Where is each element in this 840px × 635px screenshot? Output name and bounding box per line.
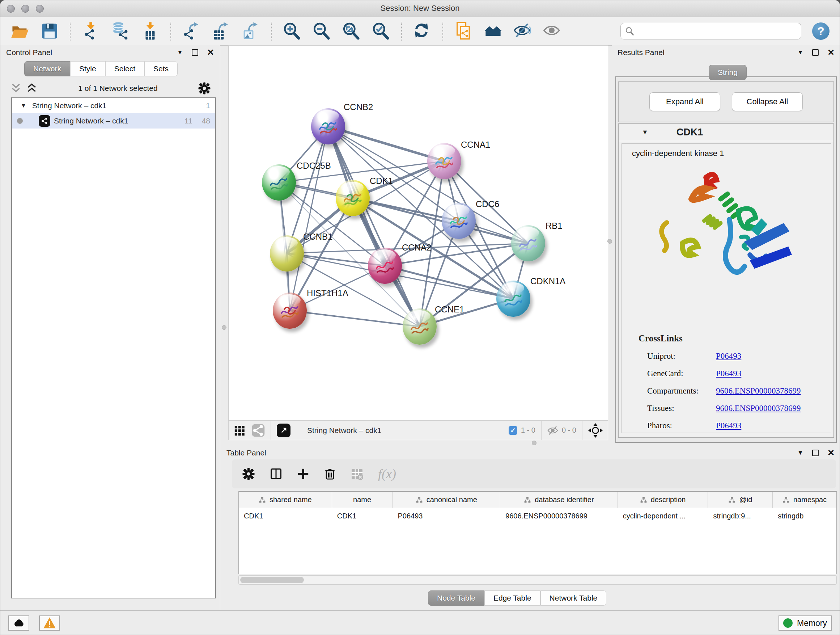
gene-card-header[interactable]: ▼ CDK1	[619, 124, 834, 141]
import-network-icon[interactable]	[81, 22, 100, 41]
refresh-icon[interactable]	[413, 22, 431, 41]
home-icon[interactable]	[484, 22, 502, 41]
open-in-window-icon[interactable]	[277, 424, 291, 437]
left-splitter-handle[interactable]	[222, 325, 226, 330]
share-view-icon[interactable]	[252, 424, 265, 437]
cell-name[interactable]: CDK1	[332, 508, 393, 524]
network-node-cdkn1a[interactable]	[496, 280, 531, 317]
gear-icon[interactable]	[198, 82, 211, 95]
panel-float-icon[interactable]	[812, 450, 819, 456]
birds-eye-grid-icon[interactable]	[234, 424, 246, 437]
table-settings-gear-icon[interactable]	[242, 467, 255, 480]
column-header[interactable]: namespac	[773, 492, 836, 508]
network-node-hist1h1a[interactable]	[273, 293, 307, 329]
export-table-icon[interactable]	[212, 22, 231, 41]
collapse-all-button[interactable]: Collapse All	[732, 92, 803, 111]
network-node-ccna2[interactable]	[368, 248, 402, 284]
cell-description[interactable]: cyclin-dependent ...	[618, 508, 708, 524]
network-node-ccne1[interactable]	[403, 309, 437, 345]
network-edge[interactable]	[290, 126, 328, 310]
panel-menu-icon[interactable]: ▼	[797, 449, 804, 456]
crosslink-link[interactable]: P06493	[716, 369, 741, 378]
crosslink-link[interactable]: P06493	[716, 421, 741, 431]
zoom-selected-icon[interactable]	[371, 22, 390, 41]
column-header[interactable]: name	[332, 492, 393, 508]
panel-menu-icon[interactable]: ▼	[177, 49, 183, 56]
network-node-ccnb1[interactable]	[270, 235, 304, 272]
cell-id[interactable]: stringdb:9...	[708, 508, 773, 524]
tab-style[interactable]: Style	[70, 61, 105, 76]
selected-checkbox-icon[interactable]: ✓	[508, 426, 517, 435]
node-count: 11	[185, 117, 193, 125]
zoom-out-icon[interactable]	[312, 22, 331, 41]
fit-content-icon[interactable]	[588, 423, 603, 438]
collapse-all-icon[interactable]	[10, 82, 22, 95]
network-row[interactable]: String Network – cdk1 11 48	[12, 113, 215, 128]
export-network-icon[interactable]	[182, 22, 201, 41]
table-row[interactable]: CDK1 CDK1 P06493 9606.ENSP00000378699 cy…	[239, 508, 836, 524]
column-header[interactable]: canonical name	[393, 492, 500, 508]
collapse-caret-icon[interactable]: ▼	[642, 128, 648, 136]
hide-selected-icon[interactable]	[513, 22, 532, 41]
protein-ribbon-thumbnail	[501, 288, 524, 310]
expand-all-icon[interactable]	[26, 82, 38, 95]
column-header[interactable]: @id	[708, 492, 773, 508]
warnings-button[interactable]	[39, 616, 60, 631]
show-all-icon[interactable]	[543, 22, 562, 41]
tab-node-table[interactable]: Node Table	[428, 591, 485, 606]
network-collection-row[interactable]: ▼ String Network – cdk1 1	[12, 98, 215, 113]
panel-close-icon[interactable]: ✕	[207, 48, 214, 57]
import-table-icon[interactable]	[141, 22, 159, 41]
network-canvas[interactable]: CCNB2CCNA1CDC25BCDK1CDC6RB1CCNB1CCNA2CDK…	[228, 45, 608, 420]
network-node-cdc6[interactable]	[442, 203, 476, 239]
panel-close-icon[interactable]: ✕	[827, 448, 835, 458]
tab-select[interactable]: Select	[105, 61, 144, 76]
panel-float-icon[interactable]	[812, 49, 819, 56]
import-network-database-icon[interactable]	[111, 22, 130, 41]
crosslink-link[interactable]: P06493	[716, 352, 741, 361]
network-node-ccna1[interactable]	[427, 143, 461, 179]
scrollbar-thumb[interactable]	[240, 577, 304, 583]
tab-sets[interactable]: Sets	[144, 61, 178, 76]
column-header[interactable]: description	[618, 492, 708, 508]
zoom-in-icon[interactable]	[283, 22, 302, 41]
network-node-rb1[interactable]	[511, 225, 545, 261]
network-node-ccnb2[interactable]	[311, 108, 345, 144]
zoom-fit-icon[interactable]	[342, 22, 361, 41]
expander-icon[interactable]: ▼	[21, 103, 27, 109]
network-node-cdk1[interactable]	[336, 180, 370, 216]
expand-all-button[interactable]: Expand All	[649, 92, 720, 111]
panel-close-icon[interactable]: ✕	[827, 48, 835, 57]
search-input[interactable]	[634, 27, 797, 35]
delete-column-icon[interactable]	[324, 468, 336, 480]
tab-edge-table[interactable]: Edge Table	[485, 591, 540, 606]
crosslink-link[interactable]: 9606.ENSP00000378699	[716, 386, 801, 396]
cell-canonical-name[interactable]: P06493	[393, 508, 500, 524]
tab-network[interactable]: Network	[24, 61, 70, 76]
search-field[interactable]	[621, 23, 801, 40]
cell-shared-name[interactable]: CDK1	[239, 508, 332, 524]
column-header[interactable]: shared name	[239, 492, 332, 508]
help-button[interactable]: ?	[812, 22, 829, 40]
cell-namespace[interactable]: stringdb	[773, 508, 836, 524]
copy-document-icon[interactable]	[454, 22, 473, 41]
export-image-icon[interactable]	[241, 22, 260, 41]
tab-string[interactable]: String	[709, 65, 747, 80]
network-node-cdc25b[interactable]	[262, 165, 296, 201]
cloud-button[interactable]	[8, 616, 29, 631]
crosslink-link[interactable]: 9606.ENSP00000378699	[716, 404, 801, 413]
tab-network-table[interactable]: Network Table	[540, 591, 607, 606]
bottom-splitter-handle[interactable]	[532, 440, 537, 445]
add-column-icon[interactable]	[297, 468, 309, 480]
horizontal-scrollbar[interactable]	[238, 575, 837, 585]
network-edge[interactable]	[290, 310, 420, 326]
column-header[interactable]: database identifier	[500, 492, 618, 508]
panel-menu-icon[interactable]: ▼	[797, 49, 804, 56]
show-columns-icon[interactable]	[270, 467, 283, 480]
open-session-icon[interactable]	[11, 22, 29, 41]
save-session-icon[interactable]	[40, 22, 59, 41]
panel-float-icon[interactable]	[192, 49, 198, 56]
memory-button[interactable]: Memory	[778, 616, 832, 631]
cell-database-identifier[interactable]: 9606.ENSP00000378699	[500, 508, 618, 524]
network-edge[interactable]	[328, 126, 444, 161]
